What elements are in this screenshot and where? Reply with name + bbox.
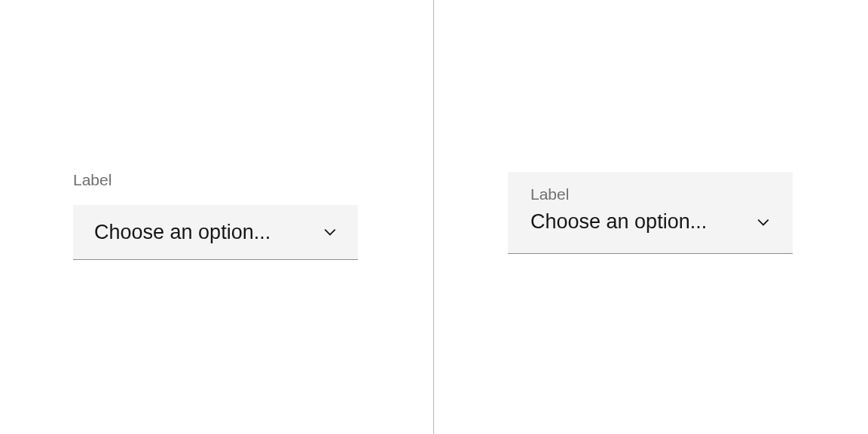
dropdown-default: Label Choose an option...: [73, 170, 358, 260]
dropdown-selected-value: Choose an option...: [530, 210, 707, 234]
dropdown-selected-value: Choose an option...: [94, 221, 270, 244]
chevron-down-icon: [756, 215, 770, 229]
example-panel-left: Label Choose an option...: [0, 0, 434, 434]
dropdown-inline[interactable]: Label Choose an option...: [508, 172, 793, 254]
dropdown-control[interactable]: Choose an option...: [73, 205, 358, 260]
dropdown-value-row: Choose an option...: [530, 210, 770, 234]
dropdown-label: Label: [73, 170, 358, 190]
example-panel-right: Label Choose an option...: [434, 0, 868, 434]
dropdown-label: Label: [530, 184, 770, 204]
chevron-down-icon: [323, 225, 337, 239]
